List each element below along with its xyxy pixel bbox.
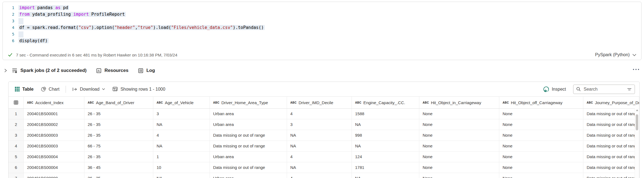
column-name: Driver_IMD_Decile [299, 100, 333, 105]
code-editor[interactable]: 1import pandas as pd2from ydata_profilin… [3, 4, 638, 44]
table-cell: Data missing or out of range [583, 109, 639, 119]
tab-table[interactable]: Table [15, 87, 34, 92]
table-cell: NA [352, 173, 419, 178]
table-cell: 200401BS00003 [24, 130, 84, 141]
column-header[interactable]: ABCDriver_IMD_Decile [287, 97, 352, 108]
code-text[interactable] [18, 31, 23, 37]
table-row: 1200401BS0000126 - 353Urban area41588Non… [9, 109, 639, 119]
execution-status-text: 7 sec - Command executed in 6 sec 481 ms… [16, 53, 177, 57]
line-number: 3 [3, 18, 14, 24]
chevron-right-icon[interactable] [4, 68, 7, 73]
table-cell: Data missing or out of range [583, 162, 639, 173]
log-toggle[interactable]: Log [138, 68, 155, 74]
table-cell: NA [287, 141, 352, 151]
column-header[interactable]: ABCAge_Band_of_Driver [84, 97, 153, 108]
table-cell: Data missing or out of range [583, 173, 639, 178]
search-box [573, 85, 635, 94]
code-selection-highlight: df = spark.read.format("csv").option("he… [18, 25, 265, 30]
column-header[interactable]: ABCDriver_Home_Area_Type [210, 97, 287, 108]
tab-table-label: Table [22, 87, 34, 92]
table-cell: NA [352, 119, 419, 130]
column-header[interactable]: ABCEngine_Capacity_.CC. [352, 97, 419, 108]
table-cell: 4 [287, 152, 352, 162]
table-cell: None [499, 162, 583, 173]
table-cell: 36 - 45 [84, 162, 153, 173]
column-header[interactable]: ABCJourney_Purpose_of_Driver [583, 97, 639, 108]
table-cell: 998 [352, 130, 419, 141]
table-cell: Data missing or out of range [210, 130, 287, 141]
code-token: from [19, 12, 29, 17]
inspect-button[interactable]: Inspect [543, 86, 566, 92]
line-number: 5 [3, 31, 14, 37]
table-row: 3200401BS0000326 - 354Data missing or ou… [9, 130, 639, 141]
tab-chart-label: Chart [49, 87, 60, 92]
spark-jobs-toggle[interactable]: Spark jobs (2 of 2 succeeded) [12, 68, 87, 74]
table-cell: 10 [153, 162, 210, 173]
table-cell: None [499, 109, 583, 119]
column-header[interactable]: ABCHit_Object_off_Carriageway [499, 97, 583, 108]
code-text[interactable]: df = spark.read.format("csv").option("he… [18, 24, 265, 31]
table-cell: 124 [352, 152, 419, 162]
code-token: ).option( [91, 25, 114, 30]
table-cell: 4 [287, 173, 352, 178]
table-corner-cell[interactable] [9, 97, 24, 108]
cell-status-bar: 7 sec - Command executed in 6 sec 481 ms… [3, 50, 641, 60]
execution-status: 7 sec - Command executed in 6 sec 481 ms… [8, 52, 177, 57]
table-cell: NA [287, 130, 352, 141]
scroll-up-arrow-icon[interactable] [636, 109, 638, 111]
code-text[interactable]: from ydata_profiling import ProfileRepor… [18, 11, 126, 18]
table-cell: Data missing or out of range [583, 141, 639, 151]
language-selector[interactable]: PySpark (Python) [595, 52, 636, 57]
table-cell: 200401BS00009 [24, 173, 84, 178]
tab-chart[interactable]: Chart [41, 87, 60, 92]
line-number: 2 [3, 11, 14, 18]
column-header[interactable]: ABCAccident_Index [24, 97, 84, 108]
search-input[interactable] [583, 87, 625, 92]
table-cell: NA [153, 141, 210, 151]
showing-rows-indicator[interactable]: Showing rows 1 - 1000 [112, 86, 165, 92]
column-name: Accident_Index [35, 100, 64, 105]
language-label: PySpark (Python) [595, 52, 630, 57]
download-button[interactable]: Download [72, 87, 105, 92]
code-text[interactable]: display(df) [18, 37, 49, 44]
table-cell: NA [153, 119, 210, 130]
code-text[interactable] [18, 18, 23, 24]
output-toolbar: Table Chart Download [9, 82, 639, 97]
success-check-icon [8, 52, 13, 57]
table-cell: None [419, 173, 499, 178]
resources-toggle[interactable]: Resources [96, 68, 128, 74]
table-cell: Data missing or out of range [583, 130, 639, 141]
table-grid-icon [13, 100, 19, 105]
more-options-button[interactable] [632, 68, 640, 71]
table-cell: 3 [153, 109, 210, 119]
table-cell: None [499, 152, 583, 162]
code-token: ydata_profiling [29, 12, 73, 17]
table-cell: 200401BS00003 [24, 141, 84, 151]
code-token: df = spark.read.format( [19, 25, 79, 30]
download-label: Download [80, 87, 100, 92]
vertical-scrollbar[interactable] [635, 108, 639, 178]
table-cell: None [419, 152, 499, 162]
code-token: as [55, 5, 61, 10]
search-icon [576, 87, 581, 91]
code-selection-highlight [18, 18, 23, 24]
code-token: pd [60, 5, 68, 10]
code-selection-highlight: import pandas as pd [18, 5, 69, 10]
column-header[interactable]: ABCAge_of_Vehicle [153, 97, 210, 108]
table-cell: None [419, 162, 499, 173]
table-row: 6200401BS0000436 - 4510Data missing or o… [9, 162, 639, 173]
column-type-abc-icon: ABC [88, 101, 94, 104]
toolbar-divider [66, 86, 66, 93]
code-line: 1import pandas as pd [3, 4, 638, 11]
filter-icon[interactable] [627, 87, 632, 91]
cell-output-table-view: Table Chart Download [8, 82, 640, 178]
table-cell: 26 - 35 [84, 173, 153, 178]
code-line: 5 [3, 31, 638, 37]
table-row: 5200401BS0000426 - 351Urban area4124None… [9, 152, 639, 162]
scrollbar-thumb[interactable] [636, 114, 638, 130]
column-header[interactable]: ABCHit_Object_in_Carriageway [419, 97, 499, 108]
column-name: Age_Band_of_Driver [96, 100, 134, 105]
table-cell: 26 - 35 [84, 109, 153, 119]
table-cell: 3 [287, 119, 352, 130]
code-text[interactable]: import pandas as pd [18, 4, 69, 11]
